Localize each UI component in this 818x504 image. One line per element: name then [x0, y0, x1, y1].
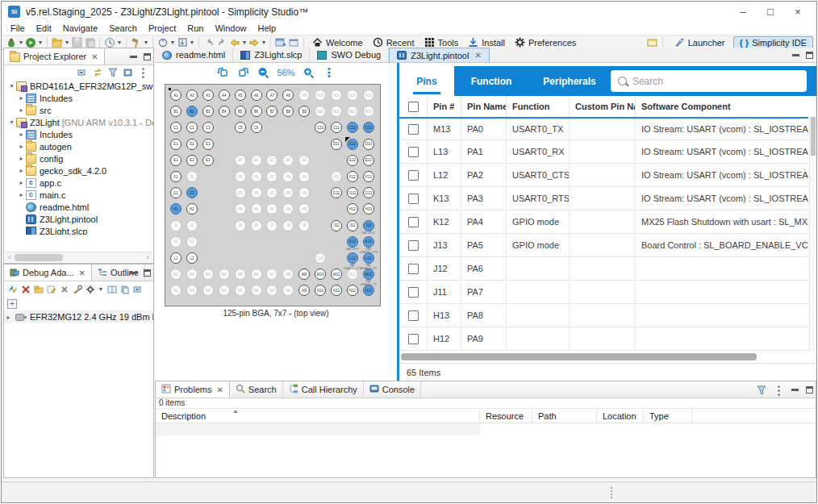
tree-item-app-c[interactable]: ▸app.c	[4, 177, 153, 189]
tools-button[interactable]: Tools	[419, 37, 464, 48]
bga-pin-A13[interactable]: A13	[363, 90, 374, 101]
editor-tab-readme-html[interactable]: readme.html	[155, 48, 233, 62]
bga-pin-D13[interactable]: D13	[363, 139, 374, 150]
zoom-out-icon[interactable]	[257, 66, 269, 79]
bga-pin-H12[interactable]: H12	[347, 203, 358, 215]
bga-pin-G1[interactable]: G1	[170, 187, 182, 198]
maximize-view-icon[interactable]	[144, 269, 151, 277]
expander-icon[interactable]: ▸	[17, 155, 26, 162]
build-dropdown[interactable]: ▼	[143, 40, 149, 45]
back-dropdown[interactable]: ▼	[241, 40, 248, 45]
expander-icon[interactable]: ▾	[7, 119, 16, 126]
bga-pin-M1[interactable]: M1	[170, 269, 182, 280]
bga-pin-N10[interactable]: N10	[315, 285, 326, 296]
column-header-type[interactable]: Type	[644, 409, 692, 423]
bga-pin-M5[interactable]: M5	[235, 269, 246, 280]
bga-pin-N8[interactable]: N8	[282, 285, 294, 296]
column-header-description[interactable]: Description	[156, 409, 480, 423]
pin-table-row[interactable]: J13PA5GPIO modeBoard Control : SL_BOARD_…	[399, 234, 808, 257]
maximize-view-icon[interactable]	[806, 52, 813, 59]
delete-icon[interactable]	[59, 284, 69, 294]
bga-pin-C5[interactable]: C5	[235, 122, 246, 133]
bga-pin-N5[interactable]: N5	[235, 285, 246, 296]
flash-dropdown[interactable]: ▼	[189, 40, 195, 45]
bga-pin-G2[interactable]: G2	[186, 187, 198, 198]
debug-dropdown[interactable]: ▼	[18, 40, 24, 45]
forward-dropdown[interactable]: ▼	[261, 40, 267, 45]
link-editor-icon[interactable]	[92, 67, 102, 77]
bga-pin-A8[interactable]: A8	[282, 90, 294, 101]
expander-icon[interactable]: ▸	[17, 106, 26, 114]
column-header-custom-pin-name[interactable]: Custom Pin Name	[569, 96, 635, 117]
bga-pin-B13[interactable]: B13	[363, 106, 374, 117]
scrollbar-thumb[interactable]	[401, 353, 757, 360]
bga-pin-L1[interactable]: L1	[170, 252, 182, 264]
bga-pin-A9[interactable]: A9	[298, 90, 310, 101]
menu-run[interactable]: Run	[182, 23, 209, 33]
scroll-right-icon[interactable]: ›	[143, 253, 152, 261]
bga-pin-A10[interactable]: A10	[315, 90, 326, 101]
tab-peripherals[interactable]: Peripherals	[528, 66, 611, 96]
menu-project[interactable]: Project	[143, 23, 182, 33]
column-header-resource[interactable]: Resource	[480, 409, 532, 423]
bga-pin-E8[interactable]: E8	[282, 155, 294, 166]
expander-icon[interactable]: ▸	[17, 131, 26, 138]
bga-pin-M10[interactable]: M10	[315, 269, 326, 280]
debug-adapter-item[interactable]: ▸ EFR32MG12 2.4 GHz 19 dBm RB (ID:44005	[4, 310, 153, 323]
column-header-pin-[interactable]: Pin #	[427, 96, 461, 117]
bga-pin-H7[interactable]: H7	[266, 203, 278, 215]
connect-icon[interactable]	[7, 284, 18, 294]
statusbar-grip[interactable]	[611, 487, 612, 489]
editor-tab-z3light-pintool[interactable]: Z3Light.pintool✕	[389, 48, 490, 62]
bga-pin-B6[interactable]: B6	[251, 106, 262, 117]
bga-pin-K2[interactable]: K2	[186, 236, 198, 248]
bga-pin-C11[interactable]: C11	[331, 122, 342, 133]
bga-pin-A12[interactable]: A12	[347, 90, 358, 101]
horizontal-scrollbar[interactable]	[401, 353, 805, 360]
row-checkbox[interactable]	[408, 147, 419, 157]
bga-pin-B1[interactable]: B1	[170, 106, 182, 117]
bga-pin-E6[interactable]: E6	[251, 155, 262, 166]
bga-pin-C6[interactable]: C6	[251, 122, 262, 133]
tab-call-hierarchy[interactable]: Call Hierarchy	[283, 381, 364, 398]
bga-pin-C1[interactable]: C1	[170, 122, 182, 133]
copy-icon[interactable]	[119, 284, 130, 294]
row-checkbox[interactable]	[408, 194, 419, 204]
bga-pin-C12[interactable]: C12	[347, 122, 358, 133]
pin-table-row[interactable]: K12PA4GPIO modeMX25 Flash Shutdown with …	[399, 210, 808, 234]
bga-pin-K1[interactable]: K1	[170, 236, 182, 248]
bga-pin-A11[interactable]: A11	[331, 90, 342, 101]
minimize-view-icon[interactable]	[791, 389, 799, 391]
expand-toggle[interactable]: +	[7, 299, 17, 309]
disconnect-icon[interactable]	[20, 284, 31, 294]
pin-table-row[interactable]: K13PA3USART0_RTSIO Stream: USART (vcom) …	[399, 187, 808, 210]
bga-pin-J8[interactable]: J8	[282, 220, 294, 231]
bga-pin-M7[interactable]: M7	[266, 269, 278, 280]
bga-pin-F7[interactable]: F7	[266, 171, 278, 182]
bga-pin-H9[interactable]: H9	[298, 203, 310, 215]
column-header-pin-name[interactable]: Pin Name↑	[461, 96, 506, 117]
bga-pin-N2[interactable]: N2	[186, 285, 198, 296]
pin-table-row[interactable]: H12PA9	[399, 327, 808, 351]
rotate-left-icon[interactable]	[216, 66, 229, 79]
bga-pin-N1[interactable]: N1	[170, 285, 182, 296]
close-button[interactable]: ×	[784, 2, 812, 22]
bga-pin-E2[interactable]: E2	[186, 155, 198, 166]
tree-item-includes[interactable]: ▸Includes	[4, 92, 153, 104]
tree-item-config[interactable]: ▸config	[4, 152, 153, 165]
editor-tab-swo-debug[interactable]: SWO Debug	[310, 48, 389, 62]
bga-pin-M12[interactable]: M12	[347, 269, 358, 280]
run-dropdown[interactable]: ▼	[37, 40, 44, 45]
tree-item-gecko-sdk-4-2-0[interactable]: ▸gecko_sdk_4.2.0	[4, 165, 153, 177]
rename-icon[interactable]	[46, 284, 56, 294]
filter-icon[interactable]	[756, 385, 766, 395]
bga-pin-A3[interactable]: A3	[202, 90, 214, 101]
tree-item-z3light[interactable]: ▾Z3Light[GNU ARM v10.3.1 - Default] [EFR	[4, 116, 153, 128]
row-checkbox[interactable]	[408, 334, 419, 344]
tab-problems[interactable]: Problems✕	[156, 381, 230, 398]
maximize-view-icon[interactable]	[806, 386, 813, 394]
settings-dropdown[interactable]: ▼	[98, 286, 104, 292]
bga-pin-H1[interactable]: H1	[170, 203, 182, 215]
close-icon[interactable]: ✕	[216, 385, 223, 394]
bga-pin-N9[interactable]: N9	[298, 285, 310, 296]
